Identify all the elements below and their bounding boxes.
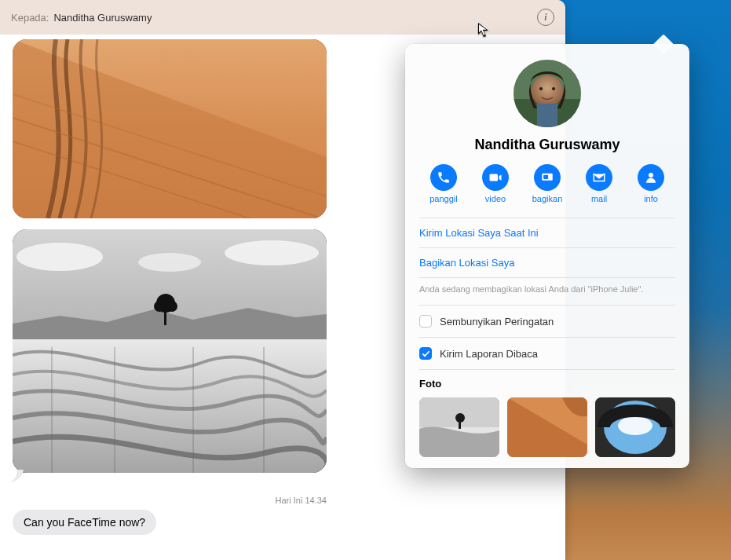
- read-receipts-label: Kirim Laporan Dibaca: [440, 348, 538, 360]
- shared-photos-row: [419, 397, 675, 457]
- contact-avatar[interactable]: [514, 60, 581, 127]
- person-icon: [638, 164, 664, 191]
- svg-point-12: [532, 75, 563, 107]
- incoming-text-message[interactable]: Can you FaceTime now?: [13, 510, 553, 535]
- mail-icon: [586, 164, 612, 191]
- hide-alerts-checkbox[interactable]: [419, 315, 432, 328]
- svg-point-18: [649, 173, 653, 178]
- image-attachment-desert[interactable]: [13, 39, 327, 218]
- to-contact-name[interactable]: Nanditha Guruswamy: [53, 12, 152, 24]
- svg-point-7: [154, 301, 165, 312]
- read-receipts-checkbox[interactable]: [419, 347, 432, 360]
- bubble-tail-icon: [9, 470, 25, 482]
- desert-image: [13, 39, 327, 218]
- hide-alerts-label: Sembunyikan Peringatan: [440, 316, 554, 328]
- call-label: panggil: [429, 194, 457, 203]
- share-screen-icon: [534, 164, 561, 191]
- mail-label: mail: [591, 194, 607, 203]
- svg-point-26: [618, 416, 652, 435]
- checkmark-icon: [422, 350, 430, 358]
- image-attachment-rocks[interactable]: [13, 229, 327, 473]
- location-sharing-hint: Anda sedang membagikan lokasi Anda dari …: [419, 278, 675, 306]
- svg-rect-17: [543, 175, 548, 179]
- svg-point-4: [138, 253, 201, 272]
- photos-section-title: Foto: [419, 369, 675, 397]
- rocks-image: [13, 229, 327, 473]
- phone-icon: [430, 164, 457, 191]
- message-timestamp: Hari Ini 14.34: [13, 496, 327, 505]
- to-label: Kepada:: [11, 12, 49, 24]
- send-current-location-link[interactable]: Kirim Lokasi Saya Saat Ini: [419, 218, 675, 248]
- shared-photo-thumbnail[interactable]: [507, 397, 587, 457]
- details-button[interactable]: i: [537, 9, 554, 26]
- info-action[interactable]: info: [628, 164, 674, 203]
- svg-point-8: [166, 301, 177, 312]
- video-label: video: [485, 194, 506, 203]
- hide-alerts-row[interactable]: Sembunyikan Peringatan: [419, 306, 675, 337]
- info-label: info: [644, 194, 658, 203]
- contact-actions-row: panggil video bagikan mail info: [421, 164, 674, 203]
- svg-rect-13: [537, 104, 557, 127]
- call-action[interactable]: panggil: [421, 164, 466, 203]
- conversation-header: Kepada: Nanditha Guruswamy i: [0, 0, 565, 35]
- svg-point-15: [552, 87, 555, 90]
- mail-action[interactable]: mail: [576, 164, 622, 203]
- svg-point-14: [539, 87, 543, 90]
- popover-contact-name: Nanditha Guruswamy: [419, 137, 675, 153]
- shared-photo-thumbnail[interactable]: [419, 397, 499, 457]
- svg-point-3: [225, 240, 319, 265]
- svg-rect-22: [459, 421, 461, 429]
- message-bubble: Can you FaceTime now?: [13, 510, 156, 535]
- share-action[interactable]: bagikan: [524, 164, 570, 203]
- shared-photo-thumbnail[interactable]: [595, 397, 675, 457]
- share-label: bagikan: [532, 194, 563, 203]
- info-icon: i: [544, 12, 546, 24]
- svg-point-2: [16, 243, 103, 271]
- details-popover: Nanditha Guruswamy panggil video bagikan…: [405, 44, 689, 468]
- read-receipts-row[interactable]: Kirim Laporan Dibaca: [419, 337, 675, 369]
- video-icon: [482, 164, 509, 191]
- share-my-location-link[interactable]: Bagikan Lokasi Saya: [419, 248, 675, 278]
- video-action[interactable]: video: [473, 164, 518, 203]
